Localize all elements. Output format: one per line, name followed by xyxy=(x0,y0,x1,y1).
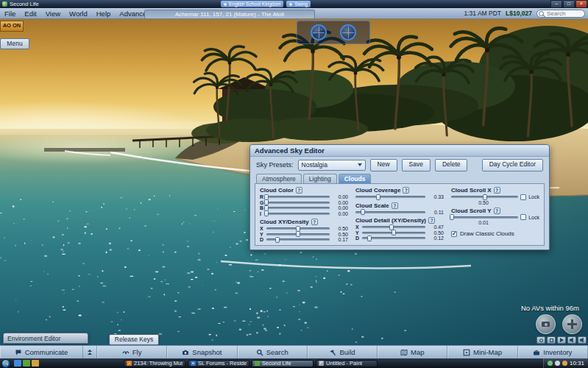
slider-thumb[interactable] xyxy=(376,194,380,200)
slider-thumb[interactable] xyxy=(450,214,454,220)
toolbar-search-button[interactable]: Search xyxy=(238,346,308,358)
help-button[interactable]: ? xyxy=(494,208,500,214)
cloud-color-b-slider[interactable] xyxy=(266,207,330,209)
slider-thumb[interactable] xyxy=(264,210,269,216)
delete-button[interactable]: Delete xyxy=(435,159,468,171)
balance-label[interactable]: L$10,027 xyxy=(506,10,532,17)
cloud-scroll-x-lock-checkbox[interactable] xyxy=(520,194,526,200)
media-play-button[interactable] xyxy=(557,336,566,344)
slider-thumb[interactable] xyxy=(367,236,372,241)
help-button[interactable]: ? xyxy=(392,202,398,209)
save-button[interactable]: Save xyxy=(402,159,431,171)
cloud-detail-y-slider[interactable] xyxy=(362,232,425,234)
location-label: Achemar 111, 157, 21 (Mature) - The Atol… xyxy=(144,10,315,19)
menu-file[interactable]: File xyxy=(0,8,20,18)
toolbar-fly-button[interactable]: Fly xyxy=(97,346,167,358)
slider-thumb[interactable] xyxy=(483,194,487,200)
start-button[interactable] xyxy=(1,359,10,368)
master-volume-button[interactable] xyxy=(578,336,587,344)
environment-editor-titlebar[interactable]: Environment Editor xyxy=(3,333,88,344)
cloud-color-i-slider[interactable] xyxy=(266,213,330,215)
minimize-button[interactable]: – xyxy=(550,0,562,8)
menu-help[interactable]: Help xyxy=(92,8,116,18)
taskbar-item-second-life[interactable]: Second Life xyxy=(252,360,314,367)
camera-view-button[interactable] xyxy=(536,336,545,344)
search-icon xyxy=(539,11,544,16)
release-keys-button[interactable]: Release Keys xyxy=(109,334,159,345)
cloud-scale-slider[interactable] xyxy=(355,211,425,213)
toolbar-snapshot-button[interactable]: Snapshot xyxy=(167,346,237,358)
menus: FileEditViewWorldHelpAdvanced xyxy=(0,8,155,18)
help-button[interactable]: ? xyxy=(494,187,500,194)
chevron-down-icon xyxy=(358,163,362,166)
menu-view[interactable]: View xyxy=(41,8,65,18)
quicklaunch-icon[interactable] xyxy=(23,360,30,367)
camera-pan-pad[interactable] xyxy=(340,24,356,40)
toolbar-map-button[interactable]: Map xyxy=(378,346,447,358)
tray-icon[interactable] xyxy=(548,361,553,366)
dialog-titlebar[interactable]: Advanced Sky Editor xyxy=(250,145,549,157)
toolbar-mini-map-button[interactable]: Mini-Map xyxy=(447,346,517,358)
window-titlebar[interactable]: Second Life English School Kingdom Swing… xyxy=(0,0,588,8)
media-volume-button[interactable] xyxy=(567,336,576,344)
taskbar-item-untitled-paint[interactable]: PUntitled - Paint xyxy=(316,360,378,367)
quicklaunch-icon[interactable] xyxy=(14,360,21,367)
hud-menu-button[interactable]: Menu xyxy=(0,38,29,49)
slider-thumb[interactable] xyxy=(361,209,365,215)
tray-icon[interactable] xyxy=(555,361,560,366)
music-icon: ♪ xyxy=(127,361,132,366)
tray-icon[interactable] xyxy=(562,361,567,366)
cloud-color-i-row: I0.00 xyxy=(260,211,348,217)
day-cycle-editor-button[interactable]: Day Cycle Editor xyxy=(482,159,543,171)
slider-thumb[interactable] xyxy=(392,230,396,236)
cloud-scroll-y-slider[interactable] xyxy=(451,216,518,219)
communicate-expander-button[interactable] xyxy=(83,346,97,358)
cloud-detail-x-slider[interactable] xyxy=(362,226,425,228)
toolbar-inventory-button[interactable]: Inventory xyxy=(518,346,588,358)
quicklaunch-icon[interactable] xyxy=(32,360,39,367)
lens-icon xyxy=(539,339,543,342)
app-icon xyxy=(2,1,7,7)
toolbar-communicate-button[interactable]: Communicate xyxy=(0,346,83,358)
cloud-scroll-x-slider[interactable] xyxy=(451,196,518,198)
taskbar-clock[interactable]: 10:31 xyxy=(570,360,584,367)
cloud-xy-d-slider[interactable] xyxy=(266,238,330,241)
taskbar-item-2134-throwing-mus[interactable]: ♪2134: Throwing Mus... xyxy=(124,360,185,367)
tab-lighting[interactable]: Lighting xyxy=(303,174,337,183)
cloud-xy-y-slider[interactable] xyxy=(266,233,330,236)
draw-classic-clouds-checkbox[interactable] xyxy=(451,231,457,237)
camera-orbit-pad[interactable] xyxy=(311,24,327,40)
slider-thumb[interactable] xyxy=(296,231,300,237)
cloud-color-g-slider[interactable] xyxy=(266,202,330,204)
taskbar-item-label: SL Forums - Residen... xyxy=(198,360,247,367)
help-button[interactable]: ? xyxy=(311,219,318,225)
tab-clouds[interactable]: Clouds xyxy=(339,174,372,183)
sky-presets-dropdown[interactable]: Nostalgia xyxy=(298,160,366,171)
cloud-color-r-slider[interactable] xyxy=(266,196,330,198)
cloud-xy-density-label: Cloud XY/Density xyxy=(260,219,309,225)
cloud-xy-x-slider[interactable] xyxy=(266,227,330,230)
search-icon xyxy=(256,349,263,356)
slider-thumb[interactable] xyxy=(275,237,280,243)
ao-toggle-button[interactable]: AO ON xyxy=(0,21,24,32)
system-tray: 10:31 xyxy=(543,358,588,368)
movement-controls-button[interactable] xyxy=(562,314,582,334)
cloud-scroll-y-lock-checkbox[interactable] xyxy=(520,214,526,220)
help-button[interactable]: ? xyxy=(296,187,302,194)
mouselook-button[interactable] xyxy=(547,336,556,344)
help-button[interactable]: ? xyxy=(428,217,435,224)
maximize-button[interactable]: □ xyxy=(563,0,575,8)
close-button[interactable]: × xyxy=(575,0,587,8)
menu-edit[interactable]: Edit xyxy=(20,8,40,18)
bottom-toolbar: CommunicateFlySnapshotSearchBuildMapMini… xyxy=(0,345,588,358)
taskbar-item-sl-forums-residen[interactable]: eSL Forums - Residen... xyxy=(188,360,249,367)
cloud-coverage-slider[interactable] xyxy=(355,196,425,198)
new-button[interactable]: New xyxy=(370,159,397,171)
tab-atmosphere[interactable]: Atmosphere xyxy=(256,174,302,183)
help-button[interactable]: ? xyxy=(403,187,409,194)
toolbar-build-button[interactable]: Build xyxy=(308,346,378,358)
camera-controls-button[interactable] xyxy=(536,314,556,334)
channel-label: X xyxy=(355,224,360,230)
cloud-detail-d-slider[interactable] xyxy=(362,237,425,239)
menu-world[interactable]: World xyxy=(65,8,92,18)
